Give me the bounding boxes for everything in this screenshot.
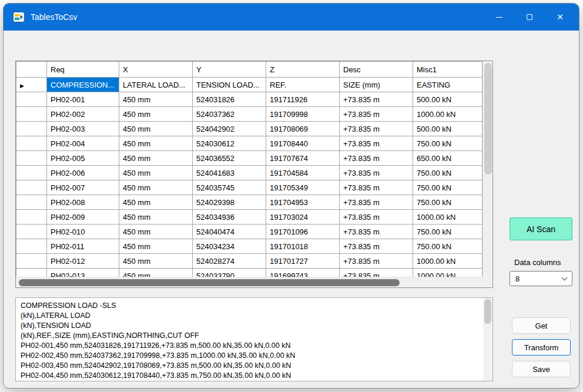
grid-cell[interactable]: 500.00 kN: [413, 92, 483, 107]
grid-cell[interactable]: PH02-009: [47, 210, 119, 225]
grid-cell[interactable]: 450 mm: [119, 180, 193, 195]
grid-cell[interactable]: +73.835 m: [340, 254, 413, 269]
grid-cell[interactable]: 524029398: [193, 195, 266, 210]
grid-cell[interactable]: 450 mm: [119, 151, 193, 166]
grid-cell[interactable]: 750.00 kN: [413, 195, 483, 210]
grid-cell[interactable]: PH02-011: [47, 239, 119, 254]
grid-cell[interactable]: 191704584: [266, 166, 340, 180]
grid-cell[interactable]: 524030612: [193, 136, 266, 151]
maximize-button[interactable]: [514, 4, 545, 31]
grid-cell[interactable]: 524034234: [193, 239, 266, 254]
grid-cell[interactable]: 650.00 kN: [413, 151, 483, 166]
grid-cell[interactable]: PH02-005: [47, 151, 119, 166]
grid-cell[interactable]: PH02-008: [47, 195, 119, 210]
grid-cell[interactable]: PH02-002: [47, 107, 119, 122]
grid-cell[interactable]: 524042902: [193, 122, 266, 136]
grid-cell[interactable]: 1000.00 kN: [413, 107, 483, 122]
grid-column-header-misc1[interactable]: Misc1: [413, 62, 483, 78]
titlebar[interactable]: TablesToCsv ✕: [4, 4, 579, 31]
grid-row-header[interactable]: [16, 210, 47, 225]
grid-vscroll-thumb[interactable]: [484, 63, 492, 175]
grid-cell[interactable]: 524040474: [193, 225, 266, 239]
grid-cell[interactable]: 1000.00 kN: [413, 210, 483, 225]
grid-cell[interactable]: PH02-006: [47, 166, 119, 180]
grid-cell[interactable]: 191709998: [266, 107, 340, 122]
grid-cell[interactable]: 450 mm: [119, 225, 193, 239]
grid-cell[interactable]: TENSION LOAD...: [193, 78, 266, 92]
grid-cell[interactable]: 191705349: [266, 180, 340, 195]
grid-cell[interactable]: PH02-003: [47, 122, 119, 136]
grid-cell[interactable]: 450 mm: [119, 210, 193, 225]
grid-cell[interactable]: 191703024: [266, 210, 340, 225]
grid-hscroll-thumb[interactable]: [19, 279, 400, 286]
grid-cell[interactable]: 191701096: [266, 225, 340, 239]
grid-row-header[interactable]: [16, 225, 47, 239]
grid-cell[interactable]: +73.835 m: [340, 92, 413, 107]
grid-cell[interactable]: 191701727: [266, 254, 340, 269]
grid-horizontal-scrollbar[interactable]: [16, 277, 483, 287]
grid-row-header[interactable]: [16, 195, 47, 210]
grid-cell[interactable]: +73.835 m: [340, 269, 413, 277]
grid-cell[interactable]: 750.00 kN: [413, 239, 483, 254]
grid-cell[interactable]: 191704953: [266, 195, 340, 210]
grid-row-header[interactable]: [16, 269, 47, 277]
grid-cell[interactable]: LATERAL LOAD...: [119, 78, 193, 92]
grid-cell[interactable]: 1000.00 kN: [413, 254, 483, 269]
grid-cell[interactable]: COMPRESSION...: [47, 78, 119, 92]
grid-cell[interactable]: 524034936: [193, 210, 266, 225]
grid-cell[interactable]: 750.00 kN: [413, 225, 483, 239]
grid-cell[interactable]: 524037362: [193, 107, 266, 122]
grid-corner-cell[interactable]: [16, 62, 47, 78]
grid-cell[interactable]: +73.835 m: [340, 151, 413, 166]
grid-cell[interactable]: 524028274: [193, 254, 266, 269]
grid-cell[interactable]: 450 mm: [119, 195, 193, 210]
grid-column-header-y[interactable]: Y: [193, 62, 266, 78]
grid-row-header[interactable]: [16, 166, 47, 180]
grid-cell[interactable]: 1000.00 kN: [413, 269, 483, 277]
grid-cell[interactable]: PH02-010: [47, 225, 119, 239]
grid-cell[interactable]: 450 mm: [119, 166, 193, 180]
grid-cell[interactable]: 191707674: [266, 151, 340, 166]
csv-output-textbox[interactable]: COMPRESSION LOAD -SLS(kN),LATERAL LOAD(k…: [15, 297, 493, 381]
grid-column-header-x[interactable]: X: [119, 62, 193, 78]
grid-row-header[interactable]: [16, 180, 47, 195]
grid-cell[interactable]: +73.835 m: [340, 107, 413, 122]
grid-cell[interactable]: 500.00 kN: [413, 122, 483, 136]
grid-cell[interactable]: 524033790: [193, 269, 266, 277]
grid-row-header[interactable]: [16, 136, 47, 151]
grid-cell[interactable]: REF.: [266, 78, 340, 92]
grid-column-header-desc[interactable]: Desc: [340, 62, 413, 78]
grid-cell[interactable]: PH02-007: [47, 180, 119, 195]
grid-cell[interactable]: 450 mm: [119, 254, 193, 269]
get-button[interactable]: Get: [512, 317, 571, 334]
grid-row-header[interactable]: [16, 254, 47, 269]
grid-row-header[interactable]: ▶: [16, 78, 47, 92]
transform-button[interactable]: Transform: [512, 339, 571, 356]
grid-cell[interactable]: 450 mm: [119, 269, 193, 277]
grid-cell[interactable]: 191708440: [266, 136, 340, 151]
grid-row-header[interactable]: [16, 122, 47, 136]
grid-cell[interactable]: 750.00 kN: [413, 136, 483, 151]
output-vscroll-thumb[interactable]: [484, 299, 491, 324]
grid-column-header-req[interactable]: Req: [47, 62, 119, 78]
grid-cell[interactable]: 524035745: [193, 180, 266, 195]
grid-cell[interactable]: 524041683: [193, 166, 266, 180]
ai-scan-button[interactable]: AI Scan: [510, 217, 572, 240]
grid-cell[interactable]: PH02-013: [47, 269, 119, 277]
close-button[interactable]: ✕: [545, 4, 575, 31]
minimize-button[interactable]: [484, 4, 514, 31]
grid-cell[interactable]: SIZE (mm): [340, 78, 413, 92]
grid-cell[interactable]: 191711926: [266, 92, 340, 107]
grid-column-header-z[interactable]: Z: [266, 62, 340, 78]
grid-cell[interactable]: 524036552: [193, 151, 266, 166]
grid-cell[interactable]: 750.00 kN: [413, 180, 483, 195]
grid-cell[interactable]: PH02-004: [47, 136, 119, 151]
grid-cell[interactable]: +73.835 m: [340, 195, 413, 210]
grid-cell[interactable]: 191699743: [266, 269, 340, 277]
grid-cell[interactable]: +73.835 m: [340, 225, 413, 239]
save-button[interactable]: Save: [512, 361, 571, 377]
grid-cell[interactable]: 750.00 kN: [413, 166, 483, 180]
grid-cell[interactable]: 191701018: [266, 239, 340, 254]
grid-row-header[interactable]: [16, 239, 47, 254]
grid-cell[interactable]: 450 mm: [119, 122, 193, 136]
